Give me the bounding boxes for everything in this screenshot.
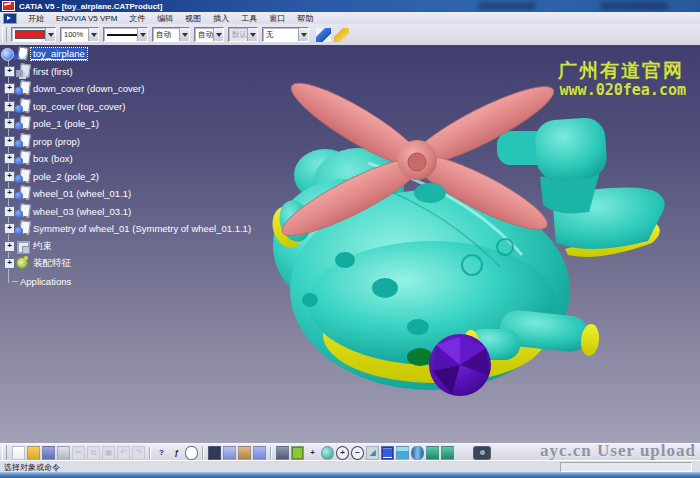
line-type-combo[interactable] <box>103 27 148 42</box>
chevron-down-icon[interactable] <box>298 28 308 41</box>
standard-toolbar: ✂ ⧉ ▣ ↶ ↷ ? ƒ + + − ◢ <box>0 443 700 461</box>
menu-window[interactable]: 窗口 <box>263 13 291 24</box>
title-bar[interactable]: CATIA V5 - [toy_airplane.CATProduct] <box>0 0 700 12</box>
menu-tools[interactable]: 工具 <box>235 13 263 24</box>
rotate-icon[interactable] <box>321 446 334 460</box>
expand-toggle[interactable]: + <box>4 258 15 269</box>
tree-item-symmetry-wheel-01[interactable]: Symmetry of wheel_01 (Symmetry of wheel_… <box>33 223 251 234</box>
expand-toggle[interactable]: + <box>4 153 15 164</box>
print-icon[interactable] <box>57 446 70 460</box>
part-icon <box>15 169 31 184</box>
iso-view-icon[interactable] <box>396 446 409 460</box>
save-icon[interactable] <box>42 446 55 460</box>
menu-file[interactable]: 文件 <box>123 13 151 24</box>
render-style-icon[interactable] <box>426 446 439 460</box>
window-title: CATIA V5 - [toy_airplane.CATProduct] <box>19 2 162 11</box>
toolbar-separator <box>270 447 272 459</box>
expand-toggle[interactable]: + <box>4 136 15 147</box>
render-style2-icon[interactable] <box>441 446 454 460</box>
menu-enovia[interactable]: ENOVIA V5 VPM <box>50 14 123 23</box>
menu-help[interactable]: 帮助 <box>291 13 319 24</box>
tree-item-pole-2[interactable]: pole_2 (pole_2) <box>33 171 99 182</box>
profile-icon[interactable] <box>238 446 251 460</box>
specification-tree: toy_airplane + first (first) + down_cove… <box>0 45 260 345</box>
part-icon <box>15 116 31 131</box>
document-menu-icon[interactable] <box>3 13 17 24</box>
status-field[interactable] <box>560 462 692 472</box>
expand-toggle[interactable]: + <box>4 206 15 217</box>
tree-item-assembly-features[interactable]: 装配特征 <box>33 257 71 270</box>
menu-bar: 开始 ENOVIA V5 VPM 文件 编辑 视图 插入 工具 窗口 帮助 <box>0 12 700 24</box>
zoom-out-icon[interactable]: − <box>351 446 364 460</box>
chevron-down-icon[interactable] <box>213 28 223 41</box>
toolbar-drag-handle[interactable] <box>2 445 7 460</box>
menu-edit[interactable]: 编辑 <box>151 13 179 24</box>
multi-view-icon[interactable] <box>381 446 394 460</box>
chat-icon[interactable] <box>185 446 198 460</box>
tree-item-first[interactable]: first (first) <box>33 66 73 77</box>
expand-toggle[interactable]: + <box>4 171 15 182</box>
expand-toggle[interactable]: + <box>4 241 15 252</box>
menu-insert[interactable]: 插入 <box>207 13 235 24</box>
new-document-icon[interactable] <box>12 446 25 460</box>
tree-item-constraints[interactable]: 约束 <box>33 240 52 253</box>
window-tile-icon[interactable] <box>253 446 266 460</box>
tree-item-down-cover[interactable]: down_cover (down_cover) <box>33 83 144 94</box>
toolbar-separator <box>149 447 151 459</box>
menu-start[interactable]: 开始 <box>22 13 50 24</box>
toolbar-separator <box>202 447 204 459</box>
chevron-down-icon[interactable] <box>88 28 98 41</box>
zoom-in-icon[interactable]: + <box>336 446 349 460</box>
normal-view-icon[interactable]: ◢ <box>366 446 379 460</box>
toolbar-drag-handle[interactable] <box>2 27 7 42</box>
expand-toggle[interactable]: + <box>4 223 15 234</box>
part-icon <box>15 186 31 201</box>
blurred-text-smudge <box>600 2 668 10</box>
part-icon <box>15 221 31 236</box>
pan-icon[interactable]: + <box>306 446 319 460</box>
status-message: 选择对象或命令 <box>0 462 560 473</box>
blurred-text-smudge <box>478 2 536 10</box>
expand-toggle[interactable]: + <box>4 188 15 199</box>
open-folder-icon[interactable] <box>27 446 40 460</box>
knowledge-fx-icon[interactable]: ƒ <box>170 446 183 460</box>
tree-item-box[interactable]: box (box) <box>33 153 73 164</box>
chevron-down-icon[interactable] <box>137 28 147 41</box>
undo-icon: ↶ <box>117 446 130 460</box>
3d-viewport[interactable]: 广州有道官网 www.020fea.com toy_airplane + fir… <box>0 45 700 443</box>
expand-toggle[interactable]: + <box>4 83 15 94</box>
chevron-down-icon[interactable] <box>179 28 189 41</box>
tree-item-wheel-01[interactable]: wheel_01 (wheel_01.1) <box>33 188 131 199</box>
render-combo[interactable]: 无 <box>262 27 309 42</box>
help-icon[interactable]: ? <box>155 446 168 460</box>
painter-icon[interactable] <box>316 28 331 42</box>
tree-item-top-cover[interactable]: top_cover (top_cover) <box>33 101 125 112</box>
fit-all-icon[interactable] <box>291 446 304 460</box>
menu-view[interactable]: 视图 <box>179 13 207 24</box>
window-frame-bottom <box>0 472 700 478</box>
component-icon <box>15 64 31 79</box>
part-icon <box>15 99 31 114</box>
tree-item-pole-1[interactable]: pole_1 (pole_1) <box>33 118 99 129</box>
chevron-down-icon <box>247 28 257 41</box>
shading-icon[interactable] <box>411 446 424 460</box>
tree-item-applications[interactable]: Applications <box>12 276 71 287</box>
tree-root-label[interactable]: toy_airplane <box>31 48 87 60</box>
transparency-combo[interactable]: 100% <box>60 27 99 42</box>
point-style-combo[interactable]: 自动 <box>194 27 224 42</box>
color-combo[interactable] <box>11 27 56 42</box>
tree-item-prop[interactable]: prop (prop) <box>33 136 80 147</box>
catalog-icon[interactable] <box>223 446 236 460</box>
part-icon <box>15 151 31 166</box>
fly-mode-icon[interactable] <box>276 446 289 460</box>
wizard-icon[interactable] <box>334 28 349 42</box>
tree-item-wheel-03[interactable]: wheel_03 (wheel_03.1) <box>33 206 131 217</box>
part-icon <box>15 81 31 96</box>
expand-toggle[interactable]: + <box>4 118 15 129</box>
expand-toggle[interactable]: + <box>4 66 15 77</box>
expand-toggle[interactable]: + <box>4 101 15 112</box>
chevron-down-icon[interactable] <box>45 28 55 41</box>
line-weight-combo[interactable]: 自动 <box>152 27 190 42</box>
camera-icon[interactable] <box>473 446 491 460</box>
power-input-icon[interactable] <box>208 446 221 460</box>
